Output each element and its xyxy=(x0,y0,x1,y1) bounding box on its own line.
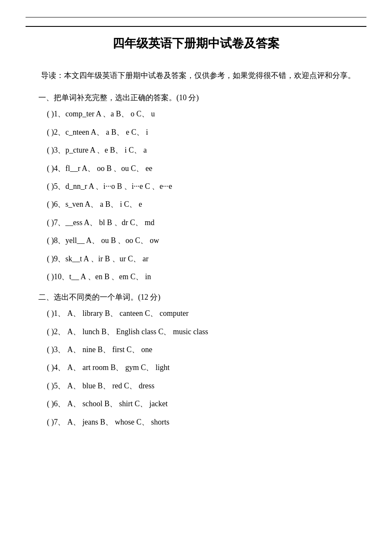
list-item: ( )10、t__ A 、en B 、em C、 in xyxy=(47,270,366,283)
list-item: ( )2、c_nteen A、 a B、 e C、 i xyxy=(47,125,366,139)
list-item: ( )2、 A、 lunch B、 English class C、 music… xyxy=(47,325,366,338)
list-item: ( )7、 A、 jeans B、 whose C、 shorts xyxy=(47,415,366,429)
list-item: ( )6、s_ven A、 a B、 i C、 e xyxy=(47,197,366,211)
list-item: ( )1、 A、 library B、 canteen C、 computer xyxy=(47,306,366,320)
list-item: ( )8、yell__ A、 ou B 、oo C、 ow xyxy=(47,234,366,247)
list-item: ( )3、p_cture A 、e B、 i C、 a xyxy=(47,143,366,157)
list-item: ( )4、fl__r A、 oo B 、ou C、 ee xyxy=(47,162,366,175)
page-title: 四年级英语下册期中试卷及答案 xyxy=(26,26,366,56)
list-item: ( )5、d_nn_r A 、i···o B 、i···e C 、e···e xyxy=(47,179,366,193)
section1-questions: ( )1、comp_ter A 、a B、 o C、 u ( )2、c_ntee… xyxy=(47,107,366,283)
intro-text: 导读：本文四年级英语下册期中试卷及答案，仅供参考，如果觉得很不错，欢迎点评和分享… xyxy=(26,69,366,82)
list-item: ( )5、 A、 blue B、 red C、 dress xyxy=(47,379,366,393)
section2-questions: ( )1、 A、 library B、 canteen C、 computer … xyxy=(47,306,366,429)
list-item: ( )6、 A、 school B、 shirt C、 jacket xyxy=(47,397,366,410)
top-divider xyxy=(26,17,366,17)
list-item: ( )9、sk__t A 、ir B 、ur C、 ar xyxy=(47,252,366,266)
list-item: ( )7、__ess A、 bl B 、dr C、 md xyxy=(47,216,366,229)
section1-title: 一、把单词补充完整，选出正确的答案。(10 分) xyxy=(38,92,366,103)
list-item: ( )4、 A、 art room B、 gym C、 light xyxy=(47,361,366,374)
list-item: ( )1、comp_ter A 、a B、 o C、 u xyxy=(47,107,366,121)
list-item: ( )3、 A、 nine B、 first C、 one xyxy=(47,343,366,356)
section2-title: 二、选出不同类的一个单词。(12 分) xyxy=(38,292,366,302)
